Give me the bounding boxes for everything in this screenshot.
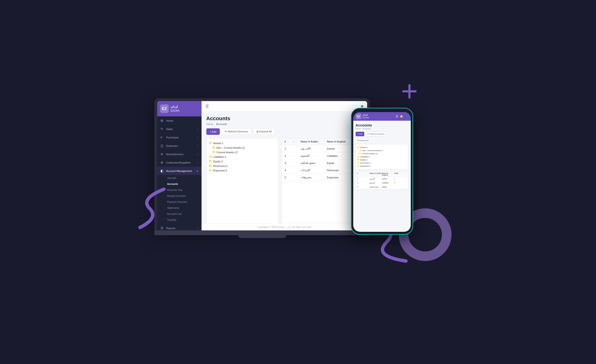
tree-item[interactable]: 📁 Assets-1	[209, 141, 276, 145]
cell-english: Revenues	[324, 167, 352, 174]
sidebar-item-sales[interactable]: ✎ Sales ›	[157, 125, 201, 133]
toolbar: + Add ⟳ Refresh Directory ⊞ Expand All	[206, 128, 362, 135]
add-button[interactable]: + Add	[206, 128, 220, 135]
refresh-directory-button[interactable]: ⟳ Refresh Directory	[222, 128, 251, 135]
folder-icon: 📁	[212, 146, 216, 149]
expenses-icon: ◫	[161, 144, 164, 147]
sidebar-item-customers[interactable]: ⊛ Customers/Suppliers ›	[157, 158, 201, 167]
cell-arabic: الأصـــول	[298, 145, 324, 152]
folder-icon: 📁	[209, 160, 212, 163]
phone-page-title: Accounts	[356, 123, 408, 127]
table-row[interactable]: 4 الإيرادات Revenues 4	[282, 167, 362, 174]
phone-col-code: Code	[394, 172, 407, 176]
phone-tree-item[interactable]: 📁 Assets-1	[357, 146, 407, 149]
phone-col-num: #	[357, 172, 370, 176]
cell-arabic: حقوق الملكية	[298, 160, 324, 167]
phone-menu-icon[interactable]: ☰	[396, 115, 398, 118]
phone-expand-button[interactable]: ⊞ Expand All	[356, 138, 371, 143]
cell-num: 3	[282, 160, 290, 167]
folder-icon: 📁	[357, 165, 360, 167]
wave-left-decoration	[126, 184, 169, 232]
phone-tree-item[interactable]: 📁 Non - Current Assets-11	[357, 149, 407, 152]
phone-avatar-icon[interactable]: 👤	[405, 115, 408, 118]
hamburger-icon[interactable]: ☰	[205, 104, 209, 109]
sidebar-sub-trial-bal[interactable]: Trial Bal...	[164, 217, 201, 223]
chevron-right-icon: ›	[197, 145, 198, 147]
col-arabic: Name in Arabic	[298, 138, 324, 145]
col-sort[interactable]: ↑	[290, 138, 298, 145]
sidebar-sub-receipt-vouchers[interactable]: Reciept Vouchers	[164, 193, 201, 199]
phone-icons: ☰ 🔔 👤	[396, 115, 408, 118]
table-row[interactable]: 2 الخصوم Liabilities 2	[282, 152, 362, 160]
tree-item[interactable]: 📁 Equity-3	[209, 159, 276, 164]
phone-cell-arabic: حقوق الملكية	[370, 186, 382, 188]
tree-item[interactable]: 📁 Expenses-5	[209, 168, 276, 173]
tree-panel: 📁 Assets-1 📁 Non - Current Assets-11 📁	[206, 138, 278, 224]
main-content: ☰ Accounts Home › Accounts + Add ⟳ Refre…	[201, 101, 367, 230]
page-footer: Copyrights © 2024 Ezdan - ازدان all righ…	[201, 224, 367, 230]
sidebar-item-items[interactable]: ≋ Items/Services ›	[157, 150, 201, 158]
phone-tree-item[interactable]: 📁 Expenses-5	[357, 165, 407, 168]
phone-body: Accounts Home › Accounts + Add ⟳ Refresh…	[353, 121, 411, 192]
breadcrumb-current: Accounts	[216, 123, 227, 125]
purchases-icon: ≡	[161, 136, 164, 139]
phone-logo-text: ازدان EZDAN	[363, 114, 369, 119]
phone-table-row[interactable]: 3 حقوق الملكية Equity	[356, 185, 408, 189]
folder-icon: 📁	[359, 149, 362, 152]
tree-item[interactable]: 📁 Non - Current Assets-11	[209, 145, 276, 150]
phone-tree-item[interactable]: 📁 Revenues-4	[357, 161, 407, 165]
sidebar-sub-accounts-tree[interactable]: Accounts Tree	[164, 187, 201, 193]
phone-tree-item[interactable]: 📁 Current Assets-12	[357, 152, 407, 155]
phone-tree-item[interactable]: 📁 Liabilities-2	[357, 155, 407, 158]
sidebar-item-expenses[interactable]: ◫ Expenses ›	[157, 142, 201, 150]
cell-num: 4	[282, 167, 290, 174]
phone-table-row[interactable]: 1 الأصـول Assets 1	[356, 177, 408, 181]
phone-tree-item[interactable]: 📁 Equity-3	[357, 158, 407, 161]
laptop-screen: EZ ازدان EZDAN ⊞ Home ✎ Sales	[157, 101, 367, 230]
scene: + EZ ازدان EZDAN	[130, 84, 466, 280]
sidebar-item-home[interactable]: ⊞ Home	[157, 116, 201, 125]
sidebar-item-account-management[interactable]: ◧ Account Management ∨	[157, 167, 201, 175]
laptop-bezel: EZ ازدان EZDAN ⊞ Home ✎ Sales	[154, 98, 370, 230]
folder-icon: 📁	[357, 162, 360, 164]
accounts-table: # ↑ Name in Arabic Name in English Co	[282, 138, 362, 181]
breadcrumb-home[interactable]: Home	[206, 123, 213, 125]
sidebar-sub-payment-vouchers[interactable]: Payment Vouchers	[164, 199, 201, 205]
sidebar-item-purchases[interactable]: ≡ Purchases ›	[157, 133, 201, 142]
sidebar-sub-journals[interactable]: Journals	[164, 175, 201, 181]
sidebar-sub-accounts-list[interactable]: Accounts List	[164, 211, 201, 217]
phone-add-button[interactable]: + Add	[356, 132, 365, 136]
breadcrumb-separator: ›	[214, 123, 215, 125]
sidebar-sub-accounts[interactable]: Accounts	[164, 181, 201, 187]
logo-area: EZ ازدان EZDAN	[157, 101, 201, 116]
table-row[interactable]: 5 مصروفات Expenses 5	[282, 174, 362, 181]
phone-breadcrumb-home[interactable]: Home	[356, 128, 361, 130]
cell-arabic: الخصوم	[298, 152, 324, 160]
table-row[interactable]: 1 الأصـــول Assets 1	[282, 145, 362, 152]
plus-decoration: +	[401, 77, 418, 105]
sidebar-sub-statements[interactable]: Statements	[164, 205, 201, 211]
breadcrumb: Home › Accounts	[206, 123, 362, 125]
cell-num: 2	[282, 152, 290, 160]
page-body: Accounts Home › Accounts + Add ⟳ Refresh…	[201, 112, 367, 224]
logo-text: ازدان EZDAN	[171, 105, 179, 112]
phone-table-header: # Name in Arabic Name in English Code	[356, 171, 408, 177]
phone-cell-code: 1	[394, 178, 407, 180]
phone-refresh-button[interactable]: ⟳ Refresh Directory	[365, 132, 386, 136]
expand-all-button[interactable]: ⊞ Expand All	[253, 128, 275, 135]
phone-cell-english: Liabilities	[382, 182, 395, 184]
laptop: EZ ازدان EZDAN ⊞ Home ✎ Sales	[154, 98, 370, 238]
tree-item[interactable]: 📁 Current Assets-12	[209, 150, 276, 154]
folder-icon: 📁	[357, 156, 360, 158]
phone-table-row[interactable]: 2 الخصوم Liabilities 2	[356, 181, 408, 185]
phone-col-english: Name in English	[382, 172, 395, 176]
folder-icon: 📁	[209, 164, 212, 167]
tree-item[interactable]: 📁 Liabilities-2	[209, 154, 276, 159]
topbar: ☰	[201, 101, 367, 112]
table-panel: # ↑ Name in Arabic Name in English Co	[282, 138, 362, 224]
phone-notification-icon[interactable]: 🔔	[400, 115, 403, 118]
table-row[interactable]: 3 حقوق الملكية Equity 3	[282, 160, 362, 167]
tree-item[interactable]: 📁 Revenues-4	[209, 164, 276, 168]
sales-icon: ✎	[161, 127, 164, 131]
customers-icon: ⊛	[161, 161, 164, 164]
